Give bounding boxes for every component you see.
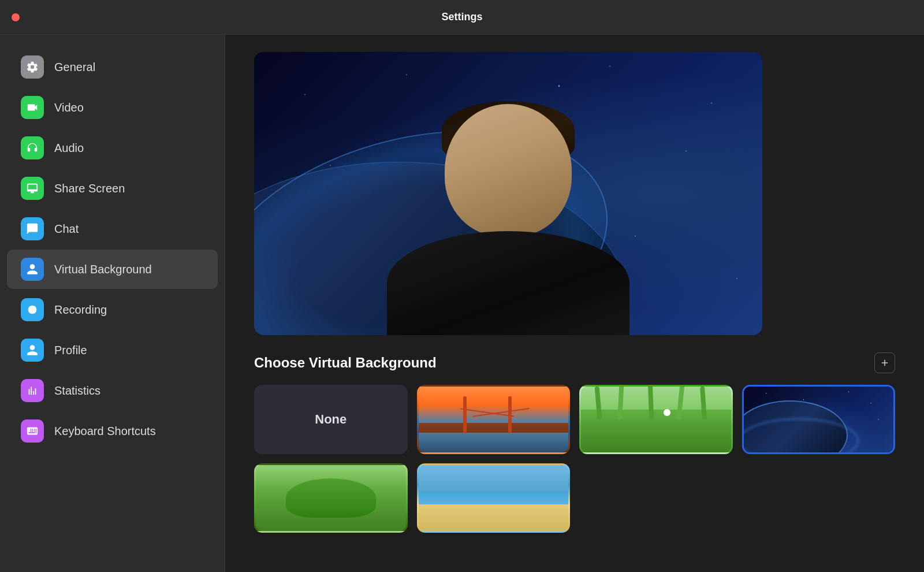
person-body: [387, 231, 629, 335]
headphones-icon: [21, 136, 44, 159]
sidebar: General Video Audio Share Screen: [0, 35, 225, 572]
sidebar-label-recording: Recording: [54, 303, 107, 317]
window-title: Settings: [441, 11, 482, 23]
add-background-button[interactable]: [874, 352, 895, 373]
background-grid-row2: [254, 463, 895, 533]
keyboard-icon: [21, 419, 44, 443]
sidebar-item-virtual-background[interactable]: Virtual Background: [7, 250, 218, 289]
sidebar-label-profile: Profile: [54, 344, 87, 357]
video-preview: [254, 52, 762, 335]
sidebar-item-recording[interactable]: Recording: [7, 290, 218, 329]
main-content: Choose Virtual Background None: [225, 35, 924, 572]
chat-icon: [21, 217, 44, 240]
sidebar-item-keyboard-shortcuts[interactable]: Keyboard Shortcuts: [7, 411, 218, 451]
sidebar-item-statistics[interactable]: Statistics: [7, 371, 218, 410]
person-head: [445, 104, 572, 237]
close-button[interactable]: [12, 13, 20, 21]
background-bridge[interactable]: [417, 385, 571, 454]
background-space[interactable]: [742, 385, 896, 454]
sidebar-label-keyboard-shortcuts: Keyboard Shortcuts: [54, 425, 156, 438]
section-header: Choose Virtual Background: [254, 352, 895, 373]
recording-icon: [21, 298, 44, 321]
background-none[interactable]: None: [254, 385, 408, 454]
video-background: [254, 52, 762, 335]
person-preview: [358, 92, 658, 335]
sidebar-label-chat: Chat: [54, 222, 79, 236]
share-screen-icon: [21, 177, 44, 200]
sidebar-label-share-screen: Share Screen: [54, 182, 125, 195]
sidebar-item-video[interactable]: Video: [7, 88, 218, 127]
sidebar-item-chat[interactable]: Chat: [7, 209, 218, 248]
sidebar-label-audio: Audio: [54, 142, 84, 155]
statistics-icon: [21, 379, 44, 402]
gear-icon: [21, 55, 44, 79]
background-grass[interactable]: [579, 385, 733, 454]
sidebar-label-virtual-background: Virtual Background: [54, 263, 152, 276]
background-beach[interactable]: [417, 463, 571, 533]
video-icon: [21, 96, 44, 119]
sidebar-label-statistics: Statistics: [54, 384, 100, 398]
background-grid: None: [254, 385, 895, 454]
sidebar-label-general: General: [54, 61, 95, 74]
sidebar-item-profile[interactable]: Profile: [7, 330, 218, 370]
titlebar: Settings: [0, 0, 924, 35]
sidebar-item-audio[interactable]: Audio: [7, 128, 218, 168]
virtual-background-icon: [21, 258, 44, 281]
section-title: Choose Virtual Background: [254, 355, 437, 371]
background-nature[interactable]: [254, 463, 408, 533]
sidebar-label-video: Video: [54, 101, 84, 114]
sidebar-item-share-screen[interactable]: Share Screen: [7, 169, 218, 208]
profile-icon: [21, 339, 44, 362]
sidebar-item-general[interactable]: General: [7, 47, 218, 87]
svg-point-0: [28, 306, 37, 314]
background-none-label: None: [315, 412, 346, 427]
app-layout: General Video Audio Share Screen: [0, 35, 924, 572]
